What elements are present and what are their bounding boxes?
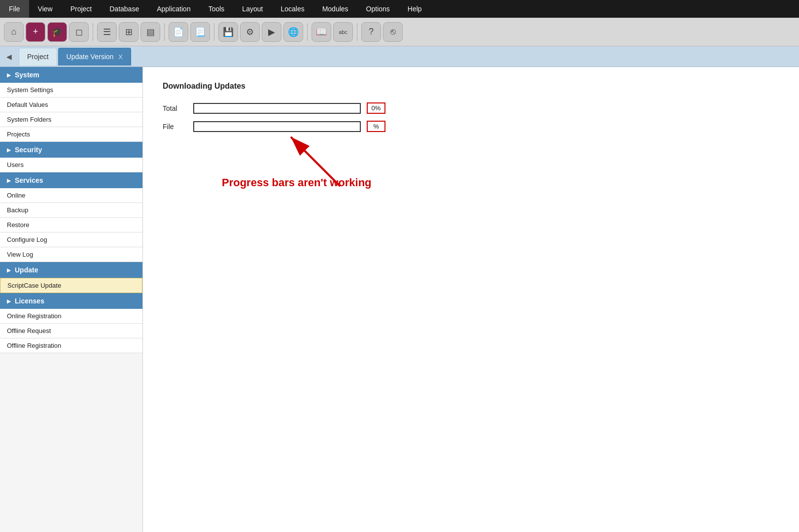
total-progress-row: Total 0%	[163, 102, 779, 114]
sidebar-item-backup[interactable]: Backup	[0, 203, 142, 218]
section-arrow-icon: ▶	[7, 72, 11, 78]
menu-item-application[interactable]: Application	[148, 0, 200, 18]
total-progress-percent: 0%	[367, 102, 385, 114]
menu-item-view[interactable]: View	[29, 0, 62, 18]
template-button[interactable]: 🎓	[47, 22, 67, 42]
sidebar-item-users[interactable]: Users	[0, 158, 142, 172]
sidebar-item-offline-request[interactable]: Offline Request	[0, 324, 142, 338]
toolbar: ⌂+🎓◻☰⊞▤📄📃💾⚙▶🌐📖abc?⎋	[0, 18, 799, 46]
menu-bar: FileViewProjectDatabaseApplicationToolsL…	[0, 0, 799, 18]
sidebar-item-view-log[interactable]: View Log	[0, 247, 142, 262]
annotation-area: Progress bars aren't working	[163, 142, 779, 201]
content-title: Downloading Updates	[163, 82, 779, 91]
menu-item-layout[interactable]: Layout	[233, 0, 272, 18]
gear-button[interactable]: ⚙	[240, 22, 260, 42]
exit-button[interactable]: ⎋	[383, 22, 403, 42]
sidebar-item-configure-log[interactable]: Configure Log	[0, 233, 142, 247]
help-button[interactable]: ?	[361, 22, 381, 42]
main-layout: ▶SystemSystem SettingsDefault ValuesSyst…	[0, 67, 799, 532]
sidebar-section-security[interactable]: ▶Security	[0, 142, 142, 158]
sidebar-item-system-folders[interactable]: System Folders	[0, 112, 142, 127]
toolbar-divider	[357, 23, 357, 41]
menu-item-options[interactable]: Options	[357, 0, 399, 18]
sidebar-section-services[interactable]: ▶Services	[0, 172, 142, 188]
section-arrow-icon: ▶	[7, 267, 11, 273]
menu-item-project[interactable]: Project	[62, 0, 101, 18]
total-progress-bar	[193, 103, 361, 114]
toolbar-divider	[164, 23, 165, 41]
menu-item-locales[interactable]: Locales	[272, 0, 313, 18]
tab-bar: ◀ Project Update Version X	[0, 46, 799, 67]
home-button[interactable]: ⌂	[4, 22, 24, 42]
sidebar-section-licenses[interactable]: ▶Licenses	[0, 293, 142, 309]
sidebar-item-default-values[interactable]: Default Values	[0, 98, 142, 112]
toolbar-divider	[93, 23, 93, 41]
toolbar-divider	[307, 23, 308, 41]
play-button[interactable]: ▶	[262, 22, 281, 42]
total-label: Total	[163, 104, 187, 112]
abc-button[interactable]: abc	[333, 22, 353, 42]
sidebar-item-online[interactable]: Online	[0, 188, 142, 203]
tab-project[interactable]: Project	[19, 48, 57, 66]
globe-button[interactable]: 🌐	[283, 22, 303, 42]
file-progress-row: File %	[163, 121, 779, 132]
sidebar-item-system-settings[interactable]: System Settings	[0, 83, 142, 98]
list3-button[interactable]: ▤	[140, 22, 160, 42]
section-arrow-icon: ▶	[7, 299, 11, 304]
file-label: File	[163, 123, 187, 131]
menu-item-file[interactable]: File	[0, 0, 29, 18]
sidebar-item-projects[interactable]: Projects	[0, 127, 142, 142]
sidebar-item-restore[interactable]: Restore	[0, 218, 142, 233]
toolbar-divider	[214, 23, 214, 41]
tab-back-button[interactable]: ◀	[3, 51, 15, 63]
doc2-button[interactable]: 📃	[190, 22, 210, 42]
save-button[interactable]: 💾	[218, 22, 238, 42]
tab-update-version[interactable]: Update Version X	[58, 48, 131, 66]
sidebar-section-update[interactable]: ▶Update	[0, 262, 142, 278]
sidebar-item-scriptcase-update[interactable]: ScriptCase Update	[0, 278, 142, 293]
annotation-text: Progress bars aren't working	[222, 176, 372, 189]
section-arrow-icon: ▶	[7, 147, 11, 153]
content-area: Downloading Updates Total 0% File %	[143, 67, 799, 532]
box-button[interactable]: ◻	[69, 22, 89, 42]
sidebar-item-online-registration[interactable]: Online Registration	[0, 309, 142, 324]
menu-item-help[interactable]: Help	[399, 0, 431, 18]
sidebar: ▶SystemSystem SettingsDefault ValuesSyst…	[0, 67, 143, 532]
book-button[interactable]: 📖	[312, 22, 331, 42]
new-button[interactable]: +	[26, 22, 45, 42]
menu-item-database[interactable]: Database	[101, 0, 148, 18]
list1-button[interactable]: ☰	[97, 22, 117, 42]
sidebar-item-offline-registration[interactable]: Offline Registration	[0, 338, 142, 353]
list2-button[interactable]: ⊞	[119, 22, 139, 42]
tab-close-button[interactable]: X	[118, 53, 123, 61]
doc1-button[interactable]: 📄	[169, 22, 188, 42]
menu-item-tools[interactable]: Tools	[200, 0, 234, 18]
sidebar-section-system[interactable]: ▶System	[0, 67, 142, 83]
file-progress-percent: %	[367, 121, 385, 132]
section-arrow-icon: ▶	[7, 178, 11, 183]
menu-item-modules[interactable]: Modules	[313, 0, 357, 18]
